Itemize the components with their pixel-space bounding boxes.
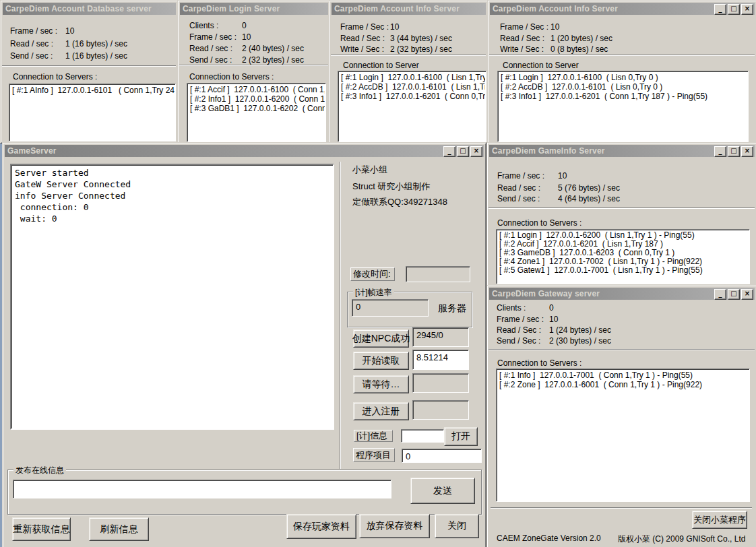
wait-field[interactable] bbox=[412, 373, 469, 393]
start-read-button[interactable]: 开始读取 bbox=[353, 352, 409, 370]
titlebar[interactable]: CarpeDiem Login Server bbox=[180, 3, 328, 15]
window-gameinfo-server: CarpeDiem GameInfo Server _ □ × Frame / … bbox=[486, 142, 756, 286]
close-button[interactable]: × bbox=[470, 146, 482, 157]
separator bbox=[179, 65, 328, 66]
titlebar[interactable]: CarpeDiem GameInfo Server _ □ × bbox=[489, 145, 755, 157]
titlebar[interactable]: CarpeDiem Account Info Server _ □ × bbox=[490, 3, 755, 15]
refetch-info-button[interactable]: 重新获取信息 bbox=[12, 517, 71, 541]
stat-row: Frame / sec : 10 bbox=[487, 171, 756, 181]
window-gateway-server: CarpeDiem Gateway server _ □ × Clients :… bbox=[486, 285, 756, 547]
register-field[interactable] bbox=[412, 400, 469, 420]
stat-value: 2 (30 bytes) / sec bbox=[549, 336, 611, 346]
open-button[interactable]: 打开 bbox=[444, 427, 478, 446]
stat-label: Read / Sec : bbox=[500, 34, 544, 43]
stat-label: Read / Sec : bbox=[497, 325, 541, 335]
stat-row: Clients : 0 bbox=[487, 303, 756, 313]
connection-entry[interactable]: [ #:3 GaDB1 ] 127.0.0.1-6202 ( Conn 0,Tr… bbox=[188, 104, 325, 113]
minimize-button[interactable]: _ bbox=[714, 4, 726, 15]
npc-count-field[interactable]: 2945/0 bbox=[412, 327, 469, 347]
stat-row: Read / sec : 1 (16 bytes) / sec bbox=[1, 39, 178, 49]
connection-entry[interactable]: [ #:2 Zone ] 127.0.0.1-6001 ( Conn 1,Try… bbox=[497, 380, 749, 389]
server-label: 服务器 bbox=[438, 302, 466, 315]
connection-entry[interactable]: [ #:2 AccDB ] 127.0.0.1-6101 ( Lisn 0,Tr… bbox=[499, 82, 747, 92]
modify-time-field[interactable] bbox=[406, 266, 470, 282]
server-log[interactable]: Server started GateW Server Connected in… bbox=[10, 164, 334, 430]
stat-label: Frame / sec : bbox=[189, 32, 237, 42]
close-app-button[interactable]: 关闭小菜程序 bbox=[692, 511, 747, 529]
minimize-button[interactable]: _ bbox=[443, 146, 455, 157]
connection-entry[interactable]: [ #:1 Login ] 127.0.0.1-6100 ( Lisn 0,Tr… bbox=[499, 73, 747, 82]
stat-value: 2 (32 bytes) / sec bbox=[242, 55, 304, 65]
stat-label: Frame / Sec : bbox=[340, 22, 389, 32]
read-progress-field[interactable]: 8.51214 bbox=[412, 350, 469, 370]
maximize-button[interactable]: □ bbox=[728, 289, 740, 300]
window-title: CarpeDiem Account Database server bbox=[5, 4, 152, 13]
titlebar[interactable]: CarpeDiem Account Info Server bbox=[332, 3, 486, 15]
stat-row: Read / sec : 5 (76 bytes) / sec bbox=[487, 183, 756, 193]
maximize-button[interactable]: □ bbox=[728, 146, 740, 157]
close-button[interactable]: × bbox=[741, 146, 753, 157]
titlebar[interactable]: CarpeDiem Account Database server bbox=[3, 3, 176, 15]
window-title: GameServer bbox=[7, 146, 57, 156]
window-account-database-server: CarpeDiem Account Database server Frame … bbox=[0, 0, 179, 143]
save-player-data-button[interactable]: 保存玩家资料 bbox=[286, 514, 356, 539]
stat-value: 10 bbox=[549, 315, 558, 324]
connection-entry[interactable]: [ #:2 Info1 ] 127.0.0.1-6200 ( Conn 1,Tr… bbox=[188, 94, 325, 104]
close-button[interactable]: × bbox=[741, 289, 753, 300]
close-button[interactable]: × bbox=[741, 4, 753, 15]
connections-label: Connection to Server bbox=[503, 61, 579, 70]
refresh-info-button[interactable]: 刷新信息 bbox=[89, 517, 149, 541]
stat-label: Write / Sec : bbox=[340, 44, 384, 54]
program-field[interactable]: 0 bbox=[402, 449, 482, 463]
connection-entry[interactable]: [ #:2 AccDB ] 127.0.0.1-6101 ( Lisn 1,Tr… bbox=[339, 82, 485, 92]
please-wait-button[interactable]: 请等待… bbox=[353, 375, 409, 393]
stat-value: 1 (16 bytes) / sec bbox=[65, 51, 127, 61]
create-npc-button[interactable]: 创建NPC成功 bbox=[353, 329, 409, 348]
titlebar-buttons: _ □ × bbox=[443, 146, 482, 157]
connection-entry[interactable]: [ #:1 Login ] 127.0.0.1-6200 ( Lisn 1,Tr… bbox=[497, 231, 749, 240]
stat-row: Read / sec : 2 (40 bytes) / sec bbox=[178, 44, 330, 54]
panel-divider bbox=[340, 162, 341, 469]
stat-value: 3 (44 bytes) / sec bbox=[390, 34, 452, 43]
broadcast-input[interactable] bbox=[13, 480, 391, 498]
titlebar[interactable]: CarpeDiem Gateway server _ □ × bbox=[489, 288, 755, 300]
send-button[interactable]: 发送 bbox=[410, 478, 475, 504]
close-button[interactable]: 关闭 bbox=[435, 514, 479, 538]
connections-label: Connection to Server bbox=[343, 61, 419, 70]
stat-row: Write / Sec : 0 (8 bytes) / sec bbox=[488, 44, 756, 55]
connection-entry[interactable]: [ #:1 Info ] 127.0.0.1-7001 ( Conn 1,Try… bbox=[497, 371, 749, 380]
stat-label: Frame / Sec : bbox=[500, 22, 548, 32]
register-button[interactable]: 进入注册 bbox=[353, 402, 409, 420]
stat-row: Read / Sec : 1 (20 bytes) / sec bbox=[488, 34, 756, 44]
connection-entry[interactable]: [ #:3 Info1 ] 127.0.0.1-6201 ( Conn 0,Tr… bbox=[339, 92, 485, 101]
info-field[interactable] bbox=[401, 429, 444, 443]
connection-entry[interactable]: [ #:2 Accif ] 127.0.0.1-6201 ( Lisn 1,Tr… bbox=[497, 240, 749, 249]
stat-value: 1 (16 bytes) / sec bbox=[65, 39, 127, 49]
maximize-button[interactable]: □ bbox=[457, 146, 469, 157]
connection-entry[interactable]: [ #:4 Zone1 ] 127.0.0.1-7002 ( Lisn 1,Tr… bbox=[497, 257, 749, 266]
separator bbox=[331, 55, 486, 56]
minimize-button[interactable]: _ bbox=[714, 146, 726, 157]
stat-value: 4 (64 bytes) / sec bbox=[558, 194, 620, 203]
credit-team: 小菜小组 bbox=[352, 164, 387, 176]
stat-value: 10 bbox=[550, 22, 559, 32]
titlebar[interactable]: GameServer _ □ × bbox=[5, 145, 484, 157]
connection-entry[interactable]: [ #:1 Accif ] 127.0.0.1-6100 ( Conn 1,Tr… bbox=[188, 85, 325, 94]
maximize-button[interactable]: □ bbox=[728, 4, 740, 15]
connections-label: Connection to Servers : bbox=[497, 218, 581, 228]
connection-entry[interactable]: [ #:3 GameDB ] 127.0.0.1-6203 ( Conn 0,T… bbox=[497, 249, 749, 257]
stat-value: 1 (24 bytes) / sec bbox=[549, 325, 611, 335]
connection-entry[interactable]: [ #:1 AInfo ] 127.0.0.1-6101 ( Conn 1,Tr… bbox=[10, 86, 175, 95]
stat-row: Send / Sec : 2 (30 bytes) / sec bbox=[487, 336, 756, 346]
discard-save-button[interactable]: 放弃保存资料 bbox=[359, 514, 430, 538]
window-gameserver: GameServer _ □ × Server started GateW Se… bbox=[2, 142, 486, 547]
connections-listbox: [ #:1 AInfo ] 127.0.0.1-6101 ( Conn 1,Tr… bbox=[9, 84, 176, 141]
connection-entry[interactable]: [ #:1 Login ] 127.0.0.1-6100 ( Lisn 1,Tr… bbox=[339, 73, 485, 82]
minimize-button[interactable]: _ bbox=[714, 289, 726, 300]
fps-field[interactable]: 0 bbox=[352, 299, 429, 317]
window-login-server: CarpeDiem Login Server Clients : 0 Frame… bbox=[177, 0, 331, 143]
stat-label: Frame / sec : bbox=[497, 171, 544, 181]
connections-label: Connection to Servers : bbox=[13, 72, 97, 82]
connection-entry[interactable]: [ #:5 Gatew1 ] 127.0.0.1-7001 ( Lisn 1,T… bbox=[497, 266, 749, 275]
connection-entry[interactable]: [ #:3 Info1 ] 127.0.0.1-6201 ( Conn 1,Tr… bbox=[499, 92, 747, 101]
